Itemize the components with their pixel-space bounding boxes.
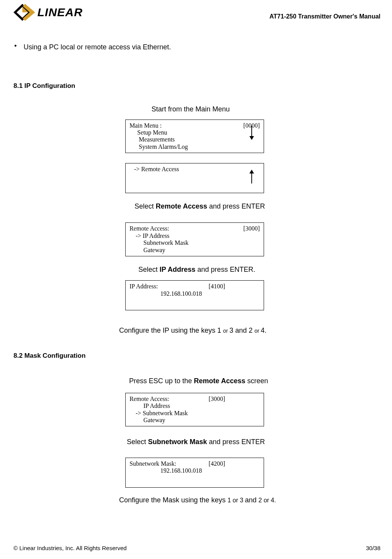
page-footer: © Linear Industries, Inc. All Rights Res… [13,544,380,552]
lcd-row: IP Address [130,402,260,409]
section-8-1-heading: 8.1 IP Configuration [13,82,380,91]
lcd-title: Main Menu : [130,122,162,129]
lcd-row: -> IP Address [130,232,260,239]
svg-marker-5 [249,136,254,140]
brand-name: LINEAR [37,5,83,20]
bullet-item: • Using a PC local or remote access via … [14,42,380,52]
lcd-ip-address: IP Address: [4100] 192.168.100.018 [125,280,264,310]
instruction-text: Select Subnetwork Mask and press ENTER [127,437,380,446]
lcd-remote-access-menu: Remote Access: [3000] -> IP Address Subn… [125,222,264,256]
lcd-row: -> Remote Access [130,166,260,173]
brand-logo: LINEAR [13,4,83,21]
arrow-up-icon [248,169,255,186]
linear-logo-icon [13,4,35,21]
lcd-title: IP Address: [130,283,158,290]
bullet-icon: • [14,42,17,52]
bullet-text: Using a PC local or remote access via Et… [24,42,171,52]
copyright-text: © Linear Industries, Inc. All Rights Res… [13,544,127,552]
instruction-text: Press ESC up to the Remote Access screen [129,376,380,386]
document-title: AT71-250 Transmitter Owner's Manual [269,12,380,21]
lcd-row: Gateway [130,247,260,254]
lcd-row: 192.168.100.018 [130,467,260,474]
lcd-code: [3000] [209,396,225,402]
instruction-text: Configure the IP using the keys 1 or 3 a… [119,326,380,335]
arrow-down-icon [248,125,255,142]
lcd-subnetwork-mask: Subnetwork Mask: [4200] 192.168.100.018 [125,458,264,488]
lcd-code: [4200] [209,460,225,467]
lcd-code: [4100] [209,283,225,290]
instruction-text: Start from the Main Menu [151,104,380,114]
lcd-row: System Alarms/Log [130,143,260,150]
lcd-row: Subnetwork Mask [130,239,260,246]
section-8-2-heading: 8.2 Mask Configuration [13,352,380,360]
lcd-title: Remote Access: [130,396,169,402]
lcd-row: Setup Menu [130,129,260,136]
lcd-remote-access-pointer: -> Remote Access [125,163,264,193]
page-header: LINEAR AT71-250 Transmitter Owner's Manu… [13,4,380,28]
lcd-row: -> Subnetwork Mask [130,410,260,417]
page-number: 30/38 [366,544,380,552]
instruction-text: Select IP Address and press ENTER. [138,265,380,274]
lcd-title: Remote Access: [130,225,169,232]
lcd-code: [3000] [243,225,260,232]
instruction-text: Select Remote Access and press ENTER [135,202,380,211]
lcd-title: Subnetwork Mask: [130,460,176,467]
lcd-remote-access-menu-2: Remote Access: [3000] IP Address -> Subn… [125,393,264,427]
instruction-text: Configure the Mask using the keys 1 or 3… [119,495,380,505]
lcd-row: Gateway [130,417,260,424]
lcd-row: Measurements [130,136,260,143]
lcd-row: 192.168.100.018 [130,290,260,297]
lcd-main-menu: Main Menu : [0000] Setup Menu Measuremen… [125,120,264,153]
